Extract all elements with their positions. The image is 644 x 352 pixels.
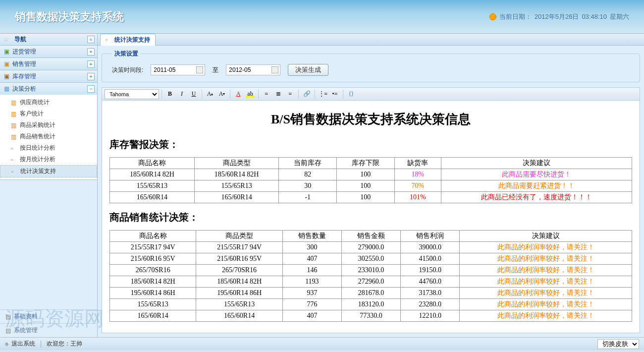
font-color-button[interactable]: A	[233, 89, 244, 100]
table-row: 155/65R13155/65R13776183120.023280.0此商品的…	[110, 299, 632, 310]
tab-decision-support[interactable]: 统计决策支持	[100, 34, 156, 46]
table-row: 165/60R14165/60R14-1100101%此商品已经没有了，速度进货…	[110, 192, 632, 203]
nav-group-header-inventory[interactable]: 库存管理 +	[0, 70, 97, 82]
expand-button[interactable]: +	[87, 60, 95, 68]
sidebar-collapse-button[interactable]: «	[87, 36, 95, 43]
table-header: 当前库存	[279, 158, 337, 169]
tree-item-supplier-stats[interactable]: 供应商统计	[0, 97, 97, 108]
generate-decision-button[interactable]: 决策生成	[288, 64, 328, 76]
separator	[298, 90, 299, 99]
date-to-input[interactable]: 2012-05	[226, 64, 280, 75]
weekday-value: 星期六	[610, 12, 629, 21]
sidebar-item-basic-data[interactable]: 基础资料	[0, 309, 97, 323]
separator	[161, 90, 162, 99]
section-sales-stats: 商品销售统计决策：	[109, 211, 632, 224]
table-row: 215/60R16 95V215/60R16 95V407302550.0415…	[110, 253, 632, 265]
nav-icon	[2, 36, 10, 44]
sidebar-item-system-mgmt[interactable]: 系统管理	[0, 323, 97, 337]
table-row: 195/60R14 86H195/60R14 86H937281678.0317…	[110, 288, 632, 299]
font-increase-button[interactable]: A▴	[205, 89, 215, 100]
page-icon	[11, 168, 18, 175]
skin-select[interactable]: 切换皮肤	[597, 339, 639, 349]
main-container: 导航 « 进货管理 + 销售管理 + 库存管理 + 决策分析 −	[0, 34, 644, 337]
to-label: 至	[213, 66, 218, 74]
table-header: 商品类型	[194, 158, 279, 169]
sidebar-bottom: 基础资料 系统管理	[0, 309, 97, 337]
align-left-button[interactable]: ≡	[261, 89, 272, 100]
highlight-button[interactable]: ab	[245, 89, 256, 100]
current-date-display: 当前日期： 2012年5月26日 03:48:10 星期六	[489, 12, 629, 21]
database-icon	[4, 313, 12, 321]
decision-settings-fieldset: 决策设置 决策时间段: 2011-05 至 2012-05 决策生成	[102, 50, 640, 82]
footer: 退出系统 欢迎您：王帅 切换皮肤	[0, 337, 644, 350]
nav-tree-analysis: 供应商统计 客户统计 商品采购统计 商品销售统计 按日统计分析 按月统计分析 统…	[0, 95, 97, 179]
table-row: 265/70SR16265/70SR16146233010.019150.0此商…	[110, 265, 632, 276]
nav-group-sales: 销售管理 +	[0, 58, 97, 70]
table-header: 库存下限	[337, 158, 395, 169]
date-from-input[interactable]: 2011-05	[151, 64, 205, 75]
font-decrease-button[interactable]: A▾	[216, 89, 227, 100]
table-row: 185/60R14 82H185/60R14 82H1193272960.044…	[110, 276, 632, 288]
date-label: 当前日期：	[499, 12, 532, 21]
ordered-list-button[interactable]: ⋮≡	[318, 89, 328, 100]
exit-icon	[5, 341, 8, 348]
table-header: 缺货率	[394, 158, 441, 169]
clock-icon	[489, 13, 496, 20]
source-button[interactable]: ⟨⟩	[346, 89, 357, 100]
underline-button[interactable]: U	[188, 89, 199, 100]
bar-icon	[11, 122, 18, 129]
folder-icon	[2, 60, 10, 68]
font-select[interactable]: Tahoma	[105, 89, 159, 99]
bar-icon	[11, 133, 18, 140]
table-header: 销售金额	[341, 231, 400, 242]
nav-group-header-sales[interactable]: 销售管理 +	[0, 58, 97, 70]
calendar-icon[interactable]	[271, 66, 278, 73]
editor-content[interactable]: B/S销售数据决策支持系统决策信息 库存警报决策： 商品名称商品类型当前库存库存…	[102, 101, 640, 333]
tree-item-daily-stats[interactable]: 按日统计分析	[0, 142, 97, 154]
chart-icon	[2, 85, 10, 93]
rich-editor: Tahoma B I U A▴ A▾ A ab ≡ ≣ ≡ 🔗	[102, 87, 640, 333]
page-icon	[11, 156, 18, 163]
app-title: 销售数据决策支持系统	[15, 9, 124, 24]
align-center-button[interactable]: ≣	[273, 89, 284, 100]
tree-item-customer-stats[interactable]: 客户统计	[0, 108, 97, 119]
page-icon	[106, 36, 112, 43]
unordered-list-button[interactable]: •≡	[329, 89, 340, 100]
separator	[343, 90, 343, 99]
nav-header: 导航 «	[0, 34, 97, 46]
nav-group-header-analysis[interactable]: 决策分析 −	[0, 83, 97, 95]
exit-link[interactable]: 退出系统	[11, 340, 35, 348]
separator	[41, 341, 41, 348]
table-row: 185/60R14 82H185/60R14 82H8210018%此商品需要尽…	[110, 169, 632, 180]
expand-button[interactable]: +	[87, 48, 95, 56]
section-inventory-alert: 库存警报决策：	[109, 138, 632, 151]
bold-button[interactable]: B	[164, 89, 175, 100]
nav-group-header-purchase[interactable]: 进货管理 +	[0, 46, 97, 58]
tree-item-decision-support[interactable]: 统计决策支持	[0, 165, 97, 177]
tree-item-sales-stats[interactable]: 商品销售统计	[0, 131, 97, 142]
inventory-alert-table: 商品名称商品类型当前库存库存下限缺货率决策建议 185/60R14 82H185…	[109, 157, 632, 203]
calendar-icon[interactable]	[196, 66, 203, 73]
tree-item-purchase-stats[interactable]: 商品采购统计	[0, 119, 97, 131]
italic-button[interactable]: I	[176, 89, 187, 100]
collapse-button[interactable]: −	[87, 85, 95, 93]
separator	[315, 90, 315, 99]
align-right-button[interactable]: ≡	[285, 89, 296, 100]
folder-icon	[2, 48, 10, 56]
expand-button[interactable]: +	[87, 73, 95, 80]
table-header: 商品名称	[110, 231, 196, 242]
link-button[interactable]: 🔗	[301, 89, 312, 100]
tree-item-monthly-stats[interactable]: 按月统计分析	[0, 154, 97, 165]
fieldset-legend: 决策设置	[112, 50, 141, 58]
sales-stats-table: 商品名称商品类型销售数量销售金额销售利润决策建议 215/55R17 94V21…	[109, 230, 632, 322]
nav-label: 导航	[14, 35, 26, 44]
table-header: 决策建议	[441, 158, 632, 169]
app-header: 销售数据决策支持系统 当前日期： 2012年5月26日 03:48:10 星期六	[0, 0, 644, 34]
table-row: 155/65R13155/65R133010070%此商品需要赶紧进货！！	[110, 180, 632, 192]
bar-icon	[11, 99, 18, 106]
table-header: 商品名称	[110, 158, 195, 169]
separator	[258, 90, 259, 99]
table-header: 销售数量	[282, 231, 341, 242]
form-row: 决策时间段: 2011-05 至 2012-05 决策生成	[112, 64, 630, 76]
separator	[202, 90, 202, 99]
